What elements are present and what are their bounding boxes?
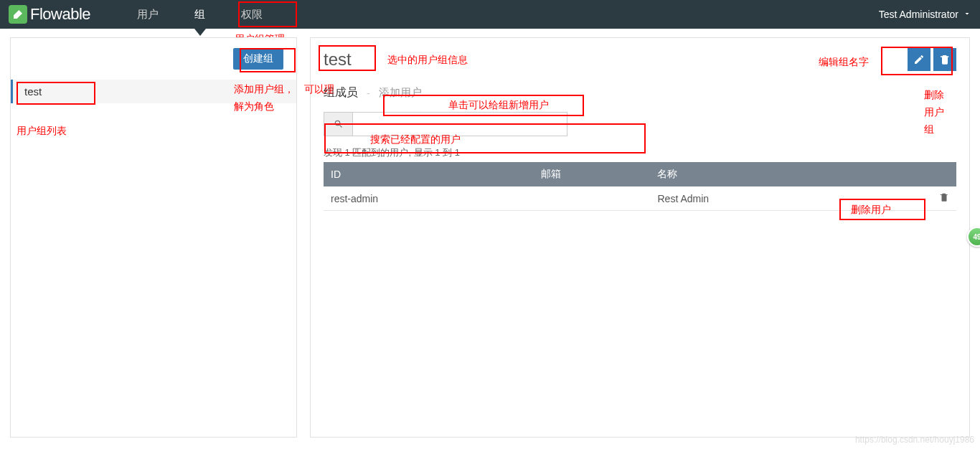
sidebar: 创建组 test xyxy=(10,37,297,438)
delete-group-button[interactable] xyxy=(933,48,956,71)
nav-groups[interactable]: 组 xyxy=(176,0,223,29)
nav-active-indicator xyxy=(194,29,206,36)
search-input[interactable] xyxy=(352,112,567,136)
main-panel: test 组成员 - 添加用户 发现 1 匹配到的用户, 显示 1 到 1 xyxy=(310,37,970,438)
result-count: 发现 1 匹配到的用户, 显示 1 到 1 xyxy=(324,146,956,159)
nav-perms[interactable]: 权限 xyxy=(223,0,281,29)
trash-icon xyxy=(939,192,949,202)
user-dropdown-label: Test Administrator xyxy=(879,9,958,20)
watermark: https://blog.csdn.net/houyj1986 xyxy=(855,435,974,445)
search-icon xyxy=(334,119,344,129)
th-name: 名称 xyxy=(650,162,873,186)
top-nav: 用户 组 权限 xyxy=(119,0,281,29)
edit-group-button[interactable] xyxy=(908,48,930,71)
group-title: test xyxy=(324,49,352,70)
group-action-buttons xyxy=(908,48,956,71)
user-dropdown[interactable]: Test Administrator xyxy=(879,9,971,20)
th-actions xyxy=(874,162,956,186)
members-label: 组成员 xyxy=(324,85,358,100)
cell-email xyxy=(534,186,651,211)
members-row: 组成员 - 添加用户 xyxy=(324,84,956,102)
add-user-link[interactable]: 添加用户 xyxy=(379,84,422,102)
sidebar-actions: 创建组 xyxy=(11,38,296,80)
app-header: Flowable 用户 组 权限 Test Administrator xyxy=(0,0,980,29)
nav-groups-label: 组 xyxy=(194,8,205,22)
search-row xyxy=(324,112,956,136)
separator: - xyxy=(367,88,370,99)
th-email: 邮箱 xyxy=(534,162,651,186)
create-group-button[interactable]: 创建组 xyxy=(233,48,283,70)
group-list: test xyxy=(11,80,296,103)
cell-id: rest-admin xyxy=(324,186,534,211)
trash-icon xyxy=(939,54,951,65)
table-row: rest-admin Rest Admin xyxy=(324,186,956,211)
search-icon-box xyxy=(324,112,352,136)
nav-users[interactable]: 用户 xyxy=(119,0,176,29)
logo-icon xyxy=(9,5,27,24)
main-header: test xyxy=(324,48,956,71)
group-list-item[interactable]: test xyxy=(11,80,296,103)
pencil-icon xyxy=(913,54,925,65)
logo-text: Flowable xyxy=(30,5,90,24)
cell-name: Rest Admin xyxy=(650,186,873,211)
main-container: 创建组 test test 组成员 - 添加用户 xyxy=(0,29,980,446)
th-id: ID xyxy=(324,162,534,186)
members-table: ID 邮箱 名称 rest-admin Rest Admin xyxy=(324,162,956,211)
chevron-down-icon xyxy=(963,9,971,20)
row-delete-button[interactable] xyxy=(874,186,956,211)
logo: Flowable xyxy=(9,5,90,24)
